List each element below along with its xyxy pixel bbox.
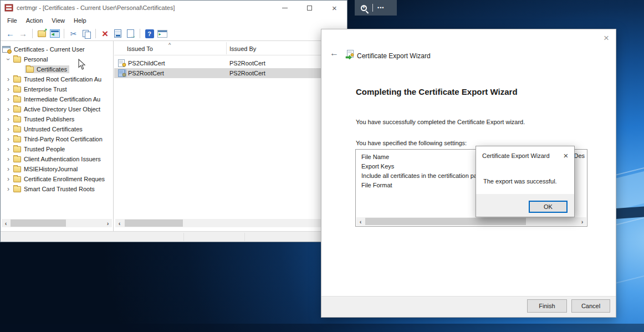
scroll-left-icon[interactable] [2, 219, 10, 227]
settings-horizontal-scrollbar[interactable] [356, 217, 586, 226]
tree-item-ad-user-object[interactable]: Active Directory User Object [1, 104, 113, 114]
finish-button[interactable]: Finish [527, 299, 567, 313]
close-button[interactable] [322, 1, 347, 15]
folder-icon [13, 57, 21, 63]
menu-file[interactable]: File [1, 15, 22, 27]
maximize-button[interactable] [297, 1, 322, 15]
minimize-button[interactable] [272, 1, 297, 15]
maximize-icon [307, 6, 312, 11]
show-console-tree-icon[interactable] [49, 28, 60, 39]
scrollbar-thumb[interactable] [365, 218, 526, 225]
wizard-close-icon[interactable] [601, 33, 611, 43]
tree-item-enterprise-trust[interactable]: Enterprise Trust [1, 84, 113, 94]
chevron-right-icon[interactable] [5, 145, 12, 153]
menu-help[interactable]: Help [69, 15, 91, 27]
column-issued-to[interactable]: Issued To [127, 45, 153, 52]
certificate-icon [118, 59, 126, 67]
chevron-right-icon[interactable] [5, 95, 12, 103]
scrollbar-thumb[interactable] [125, 219, 183, 227]
new-window-icon[interactable] [156, 28, 168, 39]
chevron-right-icon[interactable] [5, 105, 12, 113]
issued-by-cell: PS2RootCert [229, 70, 265, 76]
tree-item-trusted-publishers[interactable]: Trusted Publishers [1, 114, 113, 124]
folder-icon [13, 76, 21, 83]
tree-item-smart-card-trusted-roots[interactable]: Smart Card Trusted Roots [1, 184, 113, 194]
tree-item-label: Intermediate Certification Au [24, 96, 100, 103]
copy-icon[interactable] [80, 28, 92, 39]
title-bar[interactable]: certmgr - [Certificates - Current User\P… [1, 1, 347, 15]
tree-horizontal-scrollbar[interactable] [2, 219, 112, 227]
menu-action[interactable]: Action [22, 15, 48, 27]
tree-item-trusted-root[interactable]: Trusted Root Certification Au [1, 74, 113, 84]
cancel-button[interactable]: Cancel [571, 299, 610, 313]
messagebox-title: Certificate Export Wizard [482, 152, 550, 159]
tree-item-intermediate[interactable]: Intermediate Certification Au [1, 94, 113, 104]
folder-icon [13, 96, 21, 103]
taskbar[interactable] [0, 324, 644, 332]
tree-item-client-auth-issuers[interactable]: Client Authentication Issuers [1, 154, 113, 164]
chevron-right-icon[interactable] [5, 165, 12, 173]
status-bar [1, 231, 347, 242]
chevron-down-icon[interactable] [4, 56, 12, 63]
list-row-ps2childcert[interactable]: PS2ChildCert PS2RootCert [114, 58, 348, 68]
issued-to-cell: PS2RootCert [128, 70, 228, 76]
menu-bar: File Action View Help [1, 15, 347, 27]
tree-item-personal[interactable]: Personal [1, 54, 113, 64]
tree-item-trusted-people[interactable]: Trusted People [1, 144, 113, 154]
chevron-right-icon[interactable] [5, 75, 12, 83]
more-options-button[interactable]: ••• [377, 5, 384, 11]
certificate-icon [118, 69, 126, 77]
tree-item-label: Certificate Enrollment Reques [24, 176, 105, 182]
tree-item-label: MSIEHistoryJournal [24, 166, 78, 172]
scroll-right-icon[interactable] [578, 217, 586, 226]
properties-icon[interactable] [112, 28, 124, 39]
column-divider[interactable] [226, 42, 227, 54]
tree-item-msie-history-journal[interactable]: MSIEHistoryJournal [1, 164, 113, 174]
tree-item-certificates-current-user[interactable]: Certificates - Current User [1, 44, 113, 54]
tree-item-label: Personal [24, 56, 48, 63]
export-list-icon[interactable] [125, 28, 136, 39]
chevron-right-icon[interactable] [5, 135, 12, 143]
status-bar-divider [183, 233, 184, 241]
tree-item-third-party-root[interactable]: Third-Party Root Certification [1, 134, 113, 144]
toolbar-separator [95, 29, 96, 38]
delete-icon[interactable] [99, 28, 111, 39]
ok-button[interactable]: OK [529, 201, 568, 213]
scroll-right-icon[interactable] [104, 219, 112, 227]
toolbar-separator [140, 29, 140, 38]
folder-icon [13, 116, 21, 122]
chevron-right-icon[interactable] [5, 125, 12, 133]
forward-icon[interactable] [17, 28, 29, 39]
help-icon[interactable]: ? [144, 28, 155, 39]
scroll-left-icon[interactable] [115, 219, 124, 227]
tree-item-certificates[interactable]: Certificates [1, 64, 113, 74]
back-icon[interactable] [4, 28, 16, 39]
chevron-right-icon[interactable] [5, 85, 12, 93]
list-horizontal-scrollbar[interactable] [115, 219, 347, 227]
column-issued-by[interactable]: Issued By [229, 45, 256, 52]
scroll-left-icon[interactable] [356, 217, 365, 226]
scrollbar-thumb[interactable] [11, 219, 66, 227]
tree-item-label: Certificates [37, 66, 67, 73]
tree-item-label: Enterprise Trust [24, 86, 67, 93]
chevron-right-icon[interactable] [5, 185, 12, 193]
up-one-level-icon[interactable] [36, 28, 48, 39]
menu-view[interactable]: View [47, 15, 69, 27]
folder-icon [13, 136, 21, 142]
console-tree-icon [50, 29, 60, 38]
zoom-magnifier-icon[interactable] [361, 5, 367, 11]
messagebox-close-icon[interactable] [561, 151, 570, 160]
folder-icon [13, 166, 21, 172]
export-success-messagebox: Certificate Export Wizard The export was… [476, 146, 575, 217]
wizard-back-icon[interactable] [328, 48, 340, 59]
cut-icon[interactable] [68, 28, 79, 39]
list-row-ps2rootcert[interactable]: PS2RootCert PS2RootCert [114, 68, 348, 78]
tree-item-untrusted-certificates[interactable]: Untrusted Certificates [1, 124, 113, 134]
chevron-right-icon[interactable] [5, 175, 12, 183]
chevron-right-icon[interactable] [5, 155, 12, 163]
chevron-right-icon[interactable] [5, 115, 12, 123]
window-pane-icon [157, 30, 167, 38]
tree-item-label: Third-Party Root Certification [24, 136, 103, 142]
tree-item-cert-enrollment-requests[interactable]: Certificate Enrollment Reques [1, 174, 113, 184]
wizard-success-text: You have successfully completed the Cert… [356, 119, 525, 125]
